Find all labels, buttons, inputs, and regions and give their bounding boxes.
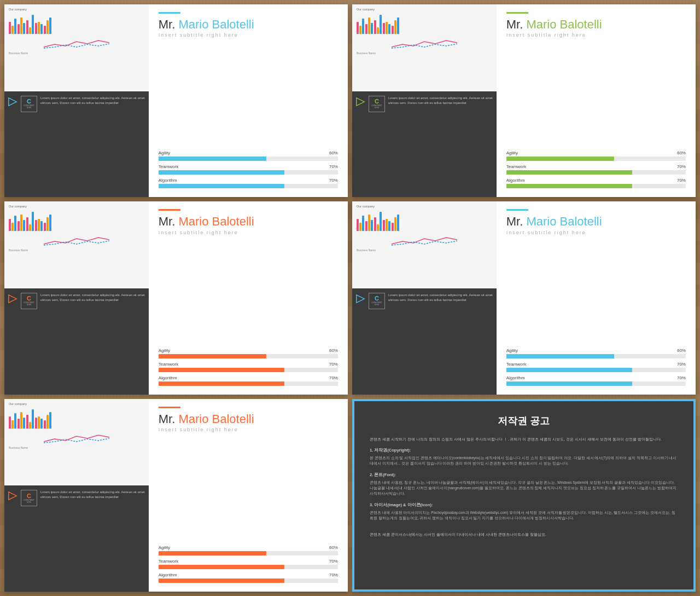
copyright-content: 저작권 공고 콘텐츠 세콤 시작하기 전에 나의의 창의의 쇼핑의 사에서 많은… <box>354 401 693 589</box>
mini-chart-3: Our company Business Name <box>4 201 149 254</box>
slide-2: Our company Business Name <box>352 4 696 197</box>
skill-agility-3: Agility60% <box>159 348 338 358</box>
slide-3: Our company Business Name <box>4 201 348 394</box>
skills-4: Agility60% Teamwork70% Algorithm70% <box>506 348 686 389</box>
slide-2-dark: C CONTENTSTR Lorem ipsum dolor sit amet,… <box>352 91 497 198</box>
slide-title-4: Mr. Mario Balotelli <box>506 215 686 228</box>
slide-subtitle-3: Insert subtitle right here <box>159 230 338 235</box>
play-icon-5 <box>8 491 18 501</box>
slide-title-1: Mr. Mario Balotelli <box>159 18 338 31</box>
slide-title-5: Mr. Mario Balotelli <box>159 413 338 426</box>
accent-line-3 <box>159 209 180 211</box>
slide-4-left: Our company Business Name <box>352 201 497 394</box>
slide-subtitle-2: Insert subtitle right here <box>506 32 686 38</box>
logo-box-1: C CONTENTSTR <box>21 96 37 112</box>
skill-algorithm-3: Algorithm70% <box>159 375 338 386</box>
line-chart-svg-3 <box>9 233 144 247</box>
skill-teamwork-2: Teamwork70% <box>506 164 686 175</box>
line-chart-svg-2 <box>357 36 492 50</box>
slide-5-left: Our company Business Name <box>4 399 149 592</box>
skill-algorithm-1: Algorithm70% <box>159 178 338 188</box>
mini-chart-2: Our company Business Name <box>352 4 497 57</box>
slide-subtitle-5: Insert subtitle right here <box>159 427 338 432</box>
slide-3-right: Mr. Mario Balotelli Insert subtitle righ… <box>149 201 348 394</box>
slide-1-dark: C CONTENTSTR Lorem ipsum dolor sit amet,… <box>4 91 149 198</box>
main-container: Our company Business Name <box>0 0 700 596</box>
skills-1: Agility60% Teamwork70% Algorithm70% <box>159 151 338 192</box>
mini-chart-1: Our company Business Name <box>4 4 149 57</box>
copyright-section-1: 1. 저작권(Copyright): 본 콘텐츠의 쇼의 및 서직업인 콘텐츠 … <box>370 448 678 467</box>
play-icon-4 <box>355 294 365 304</box>
slide-2-right: Mr. Mario Balotelli Insert subtitle righ… <box>497 4 696 197</box>
body-text-2: Lorem ipsum dolor sit amet, consectetur … <box>388 96 493 106</box>
skill-teamwork-3: Teamwork70% <box>159 362 338 372</box>
body-text-5: Lorem ipsum dolor sit amet, consectetur … <box>40 490 145 500</box>
slide-5-dark: C CONTENTSTR Lorem ipsum dolor sit amet,… <box>4 485 149 592</box>
slide-1: Our company Business Name <box>4 4 348 197</box>
logo-box-5: C CONTENTSTR <box>21 490 37 506</box>
body-text-3: Lorem ipsum dolor sit amet, consectetur … <box>40 293 145 303</box>
line-chart-svg-4 <box>357 233 492 247</box>
slide-title-2: Mr. Mario Balotelli <box>506 18 686 31</box>
skills-5: Agility60% Teamwork70% Algorithm70% <box>159 545 338 586</box>
slide-4-right: Mr. Mario Balotelli Insert subtitle righ… <box>497 201 696 394</box>
logo-box-4: C CONTENTSTR <box>369 293 385 309</box>
svg-marker-4 <box>9 492 16 500</box>
mini-chart-5: Our company Business Name <box>4 399 149 452</box>
skill-agility-5: Agility60% <box>159 545 338 556</box>
slide-1-right: Mr. Mario Balotelli Insert subtitle righ… <box>149 4 348 197</box>
slide-5: Our company Business Name <box>4 399 348 592</box>
body-text-1: Lorem ipsum dolor sit amet, consectetur … <box>40 96 145 106</box>
skills-2: Agility60% Teamwork70% Algorithm70% <box>506 151 686 192</box>
skills-3: Agility60% Teamwork70% Algorithm70% <box>159 348 338 389</box>
svg-marker-3 <box>357 295 364 303</box>
body-text-4: Lorem ipsum dolor sit amet, consectetur … <box>388 293 493 303</box>
play-icon-3 <box>8 294 18 304</box>
skill-algorithm-2: Algorithm70% <box>506 178 686 188</box>
line-chart-svg <box>9 36 144 50</box>
skill-teamwork-1: Teamwork70% <box>159 164 338 175</box>
skill-teamwork-5: Teamwork70% <box>159 559 338 569</box>
slide-2-left: Our company Business Name <box>352 4 497 197</box>
line-chart-svg-5 <box>9 431 144 444</box>
svg-marker-1 <box>357 97 364 105</box>
logo-box-2: C CONTENTSTR <box>369 96 385 112</box>
svg-marker-0 <box>9 97 16 105</box>
copyright-panel: 저작권 공고 콘텐츠 세콤 시작하기 전에 나의의 창의의 쇼핑의 사에서 많은… <box>352 399 696 592</box>
slide-1-left: Our company Business Name <box>4 4 149 197</box>
skill-agility-1: Agility60% <box>159 151 338 161</box>
accent-line-1 <box>159 12 180 14</box>
skill-algorithm-4: Algorithm70% <box>506 375 686 386</box>
accent-line-4 <box>506 209 528 211</box>
skill-teamwork-4: Teamwork70% <box>506 362 686 372</box>
slide-4: Our company Business Name <box>352 201 696 394</box>
copyright-title: 저작권 공고 <box>370 414 678 427</box>
slide-5-right: Mr. Mario Balotelli Insert subtitle righ… <box>149 399 348 592</box>
svg-marker-2 <box>9 295 16 303</box>
play-icon-1 <box>8 97 18 107</box>
accent-line-5 <box>159 407 180 408</box>
slide-3-dark: C CONTENTSTR Lorem ipsum dolor sit amet,… <box>4 288 149 395</box>
slide-subtitle-1: Insert subtitle right here <box>159 32 338 38</box>
slide-title-3: Mr. Mario Balotelli <box>159 215 338 228</box>
accent-line-2 <box>506 12 528 14</box>
copyright-footer: 콘텐츠 세콤 콘이서스나(에서는 사서인 솔에이서이 다내이서나 내에 사내한 … <box>370 531 678 537</box>
slide-subtitle-4: Insert subtitle right here <box>506 230 686 235</box>
copyright-section-2: 2. 폰트(Font): 콘텐츠 내에 사용된, 칭규 폰느는, 네이버 나눔글… <box>370 472 678 497</box>
play-icon-2 <box>355 97 365 107</box>
slide-3-left: Our company Business Name <box>4 201 149 394</box>
mini-chart-4: Our company Business Name <box>352 201 497 254</box>
skill-agility-2: Agility60% <box>506 151 686 161</box>
skill-agility-4: Agility60% <box>506 348 686 358</box>
slide-4-dark: C CONTENTSTR Lorem ipsum dolor sit amet,… <box>352 288 497 395</box>
skill-algorithm-5: Algorithm70% <box>159 572 338 583</box>
copyright-intro: 콘텐츠 세콤 시작하기 전에 나의의 창의의 쇼핑의 사에서 많은 주사의 비합… <box>370 436 678 442</box>
logo-box-3: C CONTENTSTR <box>21 293 37 309</box>
copyright-section-3: 3. 아이서(Image) & 아이콘(Icon): 콘텐츠 내에 사용된 아이… <box>370 502 678 522</box>
